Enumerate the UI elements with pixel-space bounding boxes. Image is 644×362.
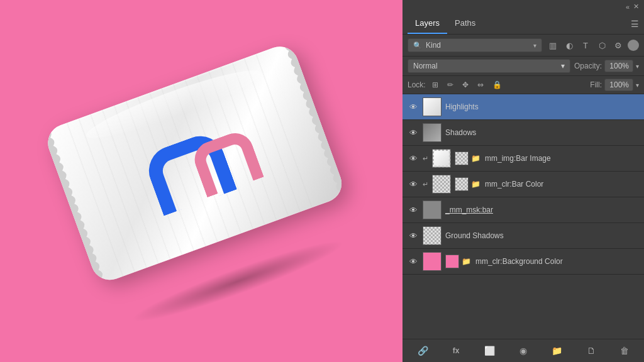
- layer-thumb-bg-color: [423, 252, 441, 271]
- layer-item-bg-color[interactable]: 👁 📁 mm_clr:Background Color: [402, 249, 644, 275]
- blend-mode-value: Normal: [413, 62, 438, 70]
- layer-thumb-ground-shadows: [423, 226, 441, 245]
- panel-menu-icon[interactable]: ☰: [631, 19, 639, 29]
- blend-mode-arrow-icon: ▾: [561, 62, 565, 70]
- opacity-control: Opacity: 100% ▾: [574, 60, 639, 72]
- layer-thumb-bar-color: [432, 175, 451, 194]
- panel-footer: 🔗 fx ⬜ ◉ 📁 🗋 🗑: [402, 339, 644, 362]
- layer-name-highlights: Highlights: [445, 102, 639, 111]
- fill-control: Fill: 100% ▾: [590, 79, 639, 91]
- new-layer-button[interactable]: 🗋: [584, 343, 598, 358]
- lock-artboard-icon[interactable]: ⇔: [475, 79, 486, 90]
- tab-paths[interactable]: Paths: [447, 13, 483, 34]
- eye-icon-shadows[interactable]: 👁: [408, 127, 419, 138]
- layer-name-shadows: Shadows: [445, 128, 639, 137]
- lock-position-icon[interactable]: ✥: [460, 79, 471, 90]
- extra-thumb: [455, 177, 469, 191]
- fill-value[interactable]: 100%: [604, 79, 633, 91]
- panel-collapse-row: « ✕: [402, 0, 644, 13]
- new-group-button[interactable]: 📁: [549, 343, 565, 358]
- filter-bar: 🔍 Kind ▾ ▥ ◐ T ⬡ ⚙: [402, 35, 644, 57]
- search-icon: 🔍: [413, 41, 422, 50]
- lock-pixels-icon[interactable]: ⊞: [430, 79, 441, 90]
- layer-folder-thumb-bg-color: 📁: [445, 255, 472, 268]
- filter-smart-icon[interactable]: ⚙: [611, 38, 625, 52]
- collapse-arrows-icon[interactable]: «: [626, 3, 630, 11]
- eye-icon-ground-shadows[interactable]: 👁: [408, 230, 419, 241]
- layer-thumb-highlights: [423, 97, 441, 116]
- kind-label: Kind: [426, 41, 441, 50]
- folder-icon: 📁: [470, 153, 481, 164]
- fill-label: Fill:: [590, 80, 602, 89]
- lock-drawing-icon[interactable]: ✏: [445, 79, 456, 90]
- filter-shape-icon[interactable]: ⬡: [595, 38, 609, 52]
- layer-item-ground-shadows[interactable]: 👁Ground Shadows: [402, 223, 644, 249]
- opacity-value[interactable]: 100%: [604, 60, 633, 72]
- layer-item-mask[interactable]: 👁_mm_msk:bar: [402, 197, 644, 223]
- photoshop-panel: « ✕ Layers Paths ☰ 🔍 Kind ▾ ▥ ◐ T ⬡ ⚙ No…: [402, 0, 644, 362]
- tab-layers[interactable]: Layers: [408, 13, 447, 34]
- close-panel-icon[interactable]: ✕: [633, 3, 639, 11]
- layer-thumb-shadows: [423, 123, 441, 142]
- bg-swatch: [445, 255, 459, 268]
- layer-folder-thumb-bar-image: 📁: [455, 151, 481, 165]
- layer-name-bar-color: mm_clr:Bar Color: [485, 180, 639, 189]
- eye-icon-highlights[interactable]: 👁: [408, 101, 419, 112]
- layers-list: 👁Highlights👁Shadows👁↵ 📁 mm_img:Bar Image…: [402, 94, 644, 339]
- eye-icon-mask[interactable]: 👁: [408, 204, 419, 216]
- layer-name-bg-color: mm_clr:Background Color: [475, 257, 639, 266]
- extra-thumb: [455, 151, 469, 165]
- lock-row: Lock: ⊞ ✏ ✥ ⇔ 🔒 Fill: 100% ▾: [402, 76, 644, 94]
- layer-thumb-bar-image: [432, 149, 451, 168]
- canvas-area: [0, 0, 402, 362]
- filter-toggle[interactable]: [628, 40, 639, 51]
- layer-item-bar-image[interactable]: 👁↵ 📁 mm_img:Bar Image: [402, 146, 644, 172]
- folder-icon: 📁: [470, 178, 481, 190]
- add-mask-button[interactable]: ⬜: [482, 343, 497, 358]
- blend-row: Normal ▾ Opacity: 100% ▾: [402, 57, 644, 76]
- folder-icon: 📁: [460, 256, 472, 267]
- eye-icon-bar-color[interactable]: 👁: [408, 178, 419, 190]
- kind-dropdown[interactable]: 🔍 Kind ▾: [408, 38, 542, 52]
- filter-text-icon[interactable]: T: [579, 38, 592, 52]
- layer-name-bar-image: mm_img:Bar Image: [485, 154, 639, 163]
- lock-label: Lock:: [408, 80, 426, 89]
- fill-arrow-icon: ▾: [636, 82, 639, 89]
- link-arrow-icon-bar-image: ↵: [423, 155, 428, 163]
- lock-icons: ⊞ ✏ ✥ ⇔ 🔒: [430, 79, 504, 90]
- layer-name-ground-shadows: Ground Shadows: [445, 231, 639, 240]
- eye-icon-bg-color[interactable]: 👁: [408, 256, 419, 267]
- filter-icons: ▥ ◐ T ⬡ ⚙: [546, 38, 639, 52]
- kind-arrow-icon: ▾: [533, 42, 536, 49]
- filter-pixel-icon[interactable]: ▥: [546, 38, 560, 52]
- layer-item-bar-color[interactable]: 👁↵ 📁 mm_clr:Bar Color: [402, 172, 644, 197]
- eye-icon-bar-image[interactable]: 👁: [408, 153, 419, 164]
- link-layers-button[interactable]: 🔗: [415, 343, 431, 358]
- lock-all-icon[interactable]: 🔒: [490, 79, 504, 90]
- layer-folder-thumb-bar-color: 📁: [455, 177, 481, 191]
- blend-mode-dropdown[interactable]: Normal ▾: [408, 59, 570, 73]
- filter-adjustment-icon[interactable]: ◐: [562, 38, 576, 52]
- layer-name-mask: _mm_msk:bar: [445, 206, 639, 214]
- opacity-arrow-icon: ▾: [636, 63, 639, 70]
- layer-item-shadows[interactable]: 👁Shadows: [402, 120, 644, 146]
- new-fill-adjustment-button[interactable]: ◉: [517, 343, 530, 358]
- add-effect-button[interactable]: fx: [450, 344, 462, 358]
- layer-thumb-mask: [423, 200, 441, 219]
- link-arrow-icon-bar-color: ↵: [423, 180, 428, 189]
- candy-mockup: [43, 41, 360, 321]
- layer-item-highlights[interactable]: 👁Highlights: [402, 94, 644, 120]
- opacity-label: Opacity:: [574, 62, 602, 70]
- delete-layer-button[interactable]: 🗑: [618, 343, 631, 358]
- tabs-row: Layers Paths ☰: [402, 13, 644, 35]
